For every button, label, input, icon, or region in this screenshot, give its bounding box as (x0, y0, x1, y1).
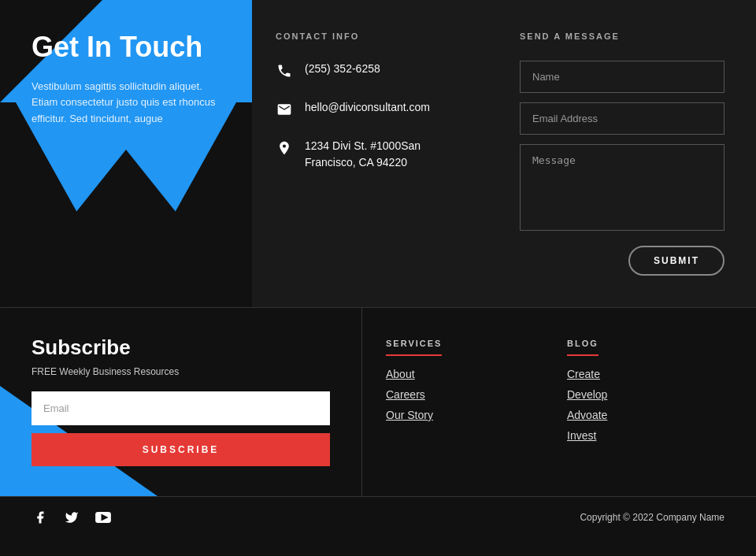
services-link-our-story[interactable]: Our Story (386, 409, 520, 421)
services-link-about[interactable]: About (386, 368, 520, 380)
v-shape-left (0, 102, 130, 307)
subscribe-subtitle: FREE Weekly Business Resources (32, 366, 330, 377)
message-textarea[interactable] (520, 144, 724, 231)
subscribe-title: Subscribe (32, 335, 330, 360)
blog-title: BLOG (567, 339, 598, 356)
contact-email-text: hello@diviconsultant.com (305, 99, 430, 116)
phone-icon (276, 62, 293, 80)
blog-link-invest[interactable]: Invest (567, 429, 732, 442)
subscribe-email-input[interactable] (32, 391, 330, 425)
email-input[interactable] (520, 102, 724, 135)
bottom-section: Subscribe FREE Weekly Business Resources… (0, 307, 756, 496)
twitter-icon[interactable] (63, 509, 80, 526)
send-message-label: SEND A MESSAGE (520, 32, 724, 41)
blog-link-advoate[interactable]: Advoate (567, 409, 732, 421)
social-icons-group (32, 509, 112, 526)
contact-email-item: hello@diviconsultant.com (276, 99, 465, 118)
name-input[interactable] (520, 61, 724, 93)
blog-link-create[interactable]: Create (567, 368, 732, 380)
blog-link-develop[interactable]: Develop (567, 388, 732, 401)
left-panel: Get In Touch Vestibulum sagittis sollici… (0, 0, 252, 307)
blog-column: BLOG Create Develop Advoate Invest (543, 308, 756, 496)
send-message-panel: SEND A MESSAGE SUBMIT (488, 0, 756, 307)
subscribe-column: Subscribe FREE Weekly Business Resources… (0, 308, 362, 496)
v-shape-right (122, 102, 252, 307)
services-title: SERVICES (386, 339, 442, 356)
contact-phone-item: (255) 352-6258 (276, 61, 465, 80)
contact-address-item: 1234 Divi St. #1000San Francisco, CA 942… (276, 138, 465, 171)
email-icon (276, 101, 293, 118)
page-description: Vestibulum sagittis sollicitudin aliquet… (32, 79, 228, 128)
page-title: Get In Touch (32, 32, 228, 63)
services-link-careers[interactable]: Careers (386, 388, 520, 401)
subscribe-content: Subscribe FREE Weekly Business Resources… (32, 335, 330, 466)
top-section: Get In Touch Vestibulum sagittis sollici… (0, 0, 756, 307)
contact-info-label: CONTACT INFO (276, 32, 465, 41)
contact-address-text: 1234 Divi St. #1000San Francisco, CA 942… (305, 138, 465, 171)
facebook-icon[interactable] (32, 509, 49, 526)
left-panel-content: Get In Touch Vestibulum sagittis sollici… (32, 32, 228, 128)
contact-info-panel: CONTACT INFO (255) 352-6258 hello@divico… (252, 0, 488, 307)
copyright-text: Copyright © 2022 Company Name (580, 512, 724, 523)
contact-phone-text: (255) 352-6258 (305, 61, 380, 77)
subscribe-button[interactable]: SUBSCRIBE (32, 433, 330, 466)
services-column: SERVICES About Careers Our Story (362, 308, 543, 496)
submit-button[interactable]: SUBMIT (628, 246, 724, 276)
footer-bar: Copyright © 2022 Company Name (0, 496, 756, 538)
location-icon (276, 139, 293, 157)
youtube-icon[interactable] (94, 509, 112, 526)
